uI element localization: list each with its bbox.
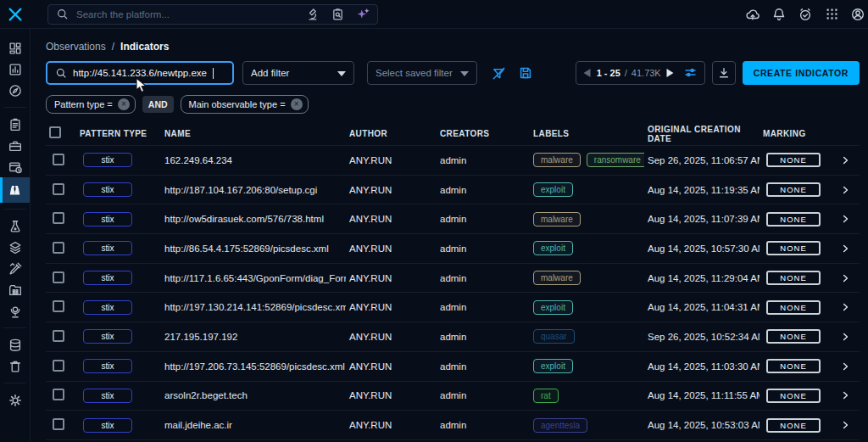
column-header[interactable]: LABELS	[530, 129, 644, 138]
row-expand-chevron[interactable]	[836, 360, 860, 373]
column-header[interactable]: MARKING	[760, 129, 836, 138]
sidebar-item-settings[interactable]	[0, 389, 30, 411]
row-expand-chevron[interactable]	[836, 330, 860, 344]
account-icon[interactable]	[849, 6, 866, 23]
indicator-name: mail.jdeihe.ac.ir	[161, 420, 346, 430]
sidebar-item-investigations[interactable]	[0, 59, 30, 80]
filter-chip[interactable]: Main observable type =×	[181, 95, 309, 114]
alarm-check-icon[interactable]	[797, 6, 814, 23]
table-row[interactable]: stix arsoln2r.beget.tech ANY.RUN admin r…	[46, 382, 860, 411]
filter-chip[interactable]: Pattern type =×	[46, 95, 136, 114]
indicator-search-input[interactable]: http://45.141.233.6/newtpp.exe	[46, 61, 234, 85]
sidebar-item-data[interactable]	[0, 334, 30, 355]
row-expand-chevron[interactable]	[836, 300, 860, 314]
table-row[interactable]: stix http://86.54.4.175:52869/picsdesc.x…	[46, 234, 860, 264]
column-header[interactable]: NAME	[161, 129, 346, 138]
pattern-type-chip: stix	[83, 182, 132, 197]
table-row[interactable]: stix http://197.206.73.145:52869/picsdes…	[46, 352, 860, 382]
marking-chip: NONE	[766, 359, 821, 373]
sidebar-item-techniques[interactable]	[0, 258, 30, 279]
row-checkbox[interactable]	[53, 212, 64, 224]
microscope-icon[interactable]	[305, 7, 320, 21]
export-download-button[interactable]	[712, 61, 736, 85]
display-settings-icon[interactable]	[683, 65, 698, 81]
clear-filters-icon[interactable]	[489, 64, 508, 82]
label-chip: rat	[533, 389, 559, 403]
notifications-bell-icon[interactable]	[771, 6, 787, 23]
pattern-type-chip: stix	[83, 153, 132, 167]
row-checkbox[interactable]	[53, 271, 64, 283]
indicator-labels: malware	[530, 212, 644, 227]
sidebar-item-entities[interactable]	[0, 279, 30, 300]
column-header[interactable]: CREATORS	[437, 129, 530, 138]
cloud-upload-icon[interactable]	[744, 6, 761, 23]
create-indicator-button[interactable]: CREATE INDICATOR	[743, 61, 860, 85]
layers-icon	[8, 240, 23, 255]
sidebar-item-cases[interactable]	[0, 135, 30, 156]
saved-filter-select[interactable]: Select saved filter	[367, 61, 477, 85]
breadcrumb-observations-link[interactable]: Observations	[46, 41, 106, 53]
table-row[interactable]: stix http://ow5dirasuek.com/576/738.html…	[46, 204, 860, 234]
clipboard-search-icon[interactable]	[331, 7, 345, 21]
label-chip: malware	[533, 271, 581, 285]
sidebar-item-locations[interactable]	[0, 300, 30, 322]
platform-logo[interactable]	[0, 7, 31, 22]
row-checkbox[interactable]	[53, 330, 64, 342]
sidebar-item-arsenal[interactable]	[0, 237, 30, 258]
row-expand-chevron[interactable]	[836, 212, 860, 226]
indicator-name: 217.195.197.192	[161, 332, 346, 342]
sidebar-item-events[interactable]	[0, 156, 30, 177]
column-header[interactable]: AUTHOR	[346, 129, 437, 138]
main-content: Observations / Indicators http://45.141.…	[31, 29, 868, 442]
sidebar-item-trash[interactable]	[0, 355, 30, 377]
row-checkbox[interactable]	[53, 300, 64, 312]
sidebar-item-observations[interactable]	[0, 177, 30, 203]
indicator-labels: exploit	[530, 359, 644, 373]
row-checkbox[interactable]	[53, 360, 64, 372]
column-header[interactable]: PATTERN TYPE	[76, 129, 161, 138]
platform-search-input[interactable]: Search the platform...	[47, 4, 378, 25]
row-expand-chevron[interactable]	[836, 418, 860, 432]
save-filter-icon[interactable]	[516, 64, 535, 82]
row-expand-chevron[interactable]	[836, 271, 860, 285]
pattern-type-chip: stix	[83, 271, 132, 285]
sidebar-item-analyses[interactable]	[0, 114, 30, 135]
table-row[interactable]: stix http://187.104.167.206:80/setup.cgi…	[46, 176, 860, 205]
sidebar-item-threats[interactable]	[0, 215, 30, 237]
table-row[interactable]: stix 217.195.197.192 ANY.RUN admin quasa…	[46, 322, 860, 352]
sidebar-item-explore[interactable]	[0, 80, 30, 101]
label-chip: malware	[533, 153, 581, 167]
label-chip: exploit	[533, 182, 573, 197]
sidebar-divider	[3, 383, 26, 383]
sidebar-item-dashboard[interactable]	[0, 37, 30, 59]
row-expand-chevron[interactable]	[836, 154, 860, 167]
table-row[interactable]: stix http://117.1.6.65:443/GponForm/diag…	[46, 264, 860, 294]
sparkles-icon[interactable]	[356, 7, 370, 21]
table-row[interactable]: stix 162.249.64.234 ANY.RUN admin malwar…	[46, 146, 860, 176]
indicator-author: ANY.RUN	[346, 302, 437, 312]
text-caret	[213, 68, 214, 79]
row-expand-chevron[interactable]	[836, 389, 860, 402]
filter-operator-badge[interactable]: AND	[142, 96, 174, 113]
row-checkbox[interactable]	[53, 183, 64, 195]
previous-page-button[interactable]	[582, 68, 593, 78]
row-expand-chevron[interactable]	[836, 242, 860, 255]
close-icon[interactable]: ×	[118, 98, 130, 110]
select-all-checkbox[interactable]	[49, 126, 61, 138]
row-checkbox[interactable]	[53, 154, 64, 165]
dashboard-icon	[8, 41, 23, 56]
add-filter-select[interactable]: Add filter	[242, 61, 354, 85]
active-filters-row: Pattern type =×ANDMain observable type =…	[46, 95, 860, 114]
next-page-button[interactable]	[665, 68, 676, 78]
row-expand-chevron[interactable]	[836, 183, 860, 197]
close-icon[interactable]: ×	[291, 98, 303, 110]
row-checkbox[interactable]	[53, 418, 64, 430]
apps-grid-icon[interactable]	[823, 6, 840, 23]
table-row[interactable]: stix http://197.130.214.141:52869/picsde…	[46, 293, 860, 322]
compass-icon	[8, 83, 23, 98]
column-header[interactable]: ORIGINAL CREATION DATE	[644, 125, 760, 143]
table-row[interactable]: stix mail.jdeihe.ac.ir ANY.RUN admin age…	[46, 411, 860, 440]
row-checkbox[interactable]	[53, 389, 64, 400]
label-chip: exploit	[533, 359, 573, 373]
row-checkbox[interactable]	[53, 242, 64, 254]
